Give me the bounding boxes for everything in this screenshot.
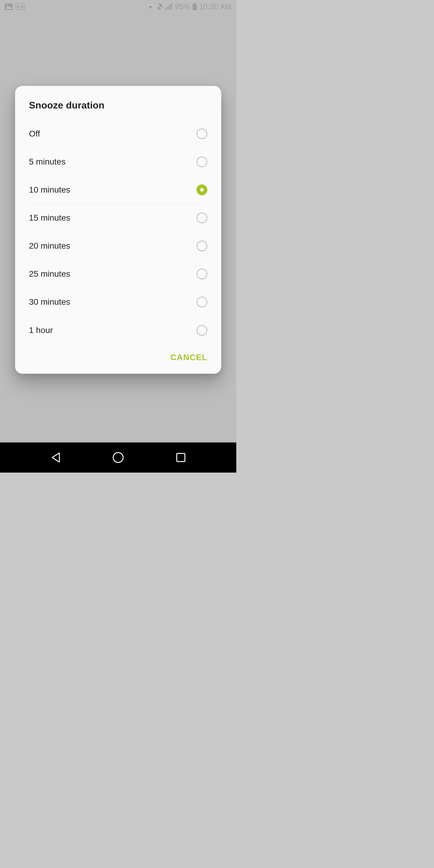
radio-unselected-icon[interactable] [196, 297, 207, 307]
recent-apps-button[interactable] [172, 448, 190, 467]
option-label: 20 minutes [29, 241, 196, 251]
navigation-bar [0, 442, 236, 472]
sim-off-icon [157, 3, 163, 10]
option-list: Off5 minutes10 minutes15 minutes20 minut… [15, 120, 221, 344]
option-row[interactable]: 5 minutes [29, 148, 207, 176]
radio-unselected-icon[interactable] [196, 269, 207, 279]
option-row[interactable]: 15 minutes [29, 204, 207, 232]
option-label: 15 minutes [29, 213, 196, 223]
option-label: 30 minutes [29, 297, 196, 307]
svg-rect-11 [194, 3, 195, 4]
dialog-actions: CANCEL [15, 344, 221, 368]
svg-marker-13 [52, 453, 59, 462]
svg-rect-7 [167, 7, 167, 10]
option-label: 10 minutes [29, 185, 196, 195]
option-row[interactable]: 25 minutes [29, 260, 207, 288]
svg-point-2 [6, 4, 7, 6]
radio-unselected-icon[interactable] [196, 241, 207, 251]
wifi-icon [147, 4, 154, 10]
option-label: Off [29, 129, 196, 138]
dialog-title: Snooze duration [15, 86, 221, 120]
option-label: 5 minutes [29, 157, 196, 167]
back-button[interactable] [46, 448, 64, 467]
battery-percent: 95% [175, 2, 190, 11]
photos-icon [5, 3, 13, 10]
status-bar: B·R 95% 10:30 AM [0, 0, 236, 13]
signal-icon [165, 4, 173, 10]
clock-time: 10:30 AM [199, 2, 231, 11]
option-row[interactable]: 20 minutes [29, 232, 207, 260]
radio-selected-icon[interactable] [196, 184, 207, 195]
svg-text:B·R: B·R [17, 4, 24, 9]
radio-unselected-icon[interactable] [196, 156, 207, 167]
option-row[interactable]: 30 minutes [29, 288, 207, 316]
svg-rect-9 [170, 4, 170, 10]
battery-icon [193, 3, 197, 10]
svg-rect-12 [193, 4, 197, 10]
radio-unselected-icon[interactable] [196, 128, 207, 139]
radio-unselected-icon[interactable] [196, 325, 207, 336]
option-row[interactable]: 1 hour [29, 316, 207, 344]
option-row[interactable]: Off [29, 120, 207, 148]
option-label: 1 hour [29, 326, 196, 335]
snooze-duration-dialog: Snooze duration Off5 minutes10 minutes15… [15, 86, 221, 374]
home-button[interactable] [109, 448, 127, 467]
svg-rect-0 [5, 3, 13, 10]
svg-rect-10 [171, 4, 172, 10]
option-row[interactable]: 10 minutes [29, 176, 207, 204]
radio-unselected-icon[interactable] [196, 213, 207, 223]
br-icon: B·R [16, 3, 25, 10]
svg-rect-6 [165, 8, 166, 10]
cancel-button[interactable]: CANCEL [170, 352, 207, 362]
svg-rect-8 [168, 6, 169, 10]
option-label: 25 minutes [29, 269, 196, 279]
